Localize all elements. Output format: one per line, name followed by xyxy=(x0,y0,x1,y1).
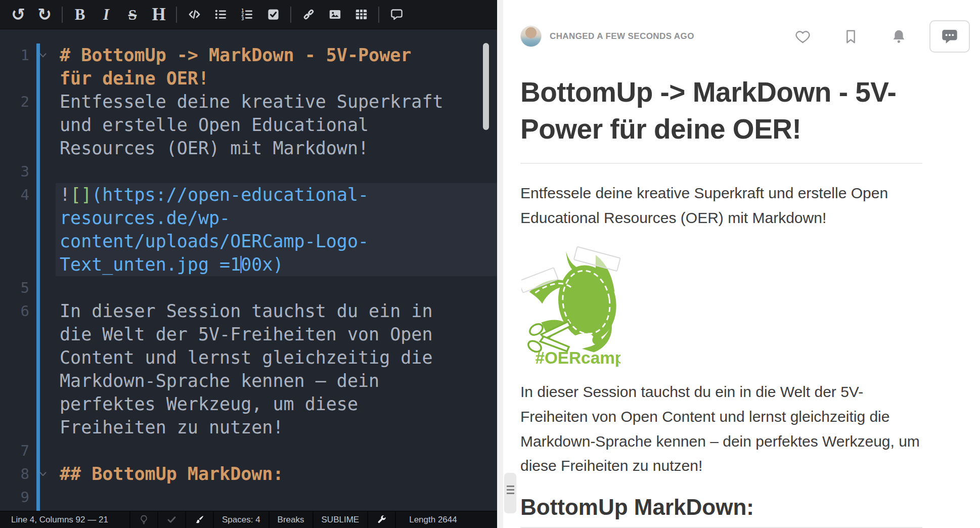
heading-icon[interactable]: H xyxy=(146,3,172,27)
fold-gutter xyxy=(29,183,56,276)
preferences-wrench-icon[interactable] xyxy=(368,511,396,528)
editor-pane: ↺↻BISH123 1# BottomUp -> MarkDown - 5V-P… xyxy=(0,0,497,528)
numbered-list-icon[interactable]: 123 xyxy=(234,3,260,27)
toolbar: ↺↻BISH123 xyxy=(0,0,497,29)
editor-line-10[interactable]: 10**Verwahren & Vervielfältigen** xyxy=(0,509,497,511)
table-icon[interactable] xyxy=(348,3,374,27)
editor-line-7[interactable]: 7 xyxy=(0,439,497,462)
editor-line-1[interactable]: 1# BottomUp -> MarkDown - 5V-Powerfür de… xyxy=(0,43,497,90)
line-number: 2 xyxy=(0,90,29,160)
link-icon[interactable] xyxy=(295,3,322,27)
fold-chevron-down-icon[interactable] xyxy=(29,462,56,486)
comment-icon[interactable] xyxy=(383,3,410,27)
line-number: 7 xyxy=(0,439,29,462)
line-number: 4 xyxy=(0,183,29,276)
fold-gutter xyxy=(29,90,56,160)
keymap-setting[interactable]: SUBLIME xyxy=(314,511,369,528)
heart-icon[interactable] xyxy=(794,28,811,45)
toolbar-separator xyxy=(62,7,63,23)
session-paragraph: In dieser Session tauchst du ein in die … xyxy=(520,380,920,478)
divider-grip-handle[interactable] xyxy=(504,473,516,513)
avatar[interactable] xyxy=(520,26,542,47)
svg-text:3: 3 xyxy=(241,16,244,21)
fold-gutter xyxy=(29,160,56,183)
app-window: ↺↻BISH123 1# BottomUp -> MarkDown - 5V-P… xyxy=(0,0,980,528)
title-divider xyxy=(520,163,922,164)
line-number: 6 xyxy=(0,299,29,439)
status-bar: Line 4, Columns 92 — 21Spaces: 4BreaksSU… xyxy=(0,511,497,528)
fold-gutter xyxy=(29,276,56,299)
strikethrough-icon[interactable]: S xyxy=(119,3,146,27)
italic-icon[interactable]: I xyxy=(93,3,119,27)
editor-scrollbar[interactable] xyxy=(483,43,489,130)
section-heading: BottomUp MarkDown: xyxy=(520,496,920,519)
fold-gutter xyxy=(29,439,56,462)
toolbar-separator xyxy=(378,7,379,23)
preview-content: BottomUp -> MarkDown - 5V-Power für dein… xyxy=(503,74,920,528)
line-number: 3 xyxy=(0,160,29,183)
last-changed-label: CHANGED A FEW SECONDS AGO xyxy=(550,31,694,41)
markdown-editor[interactable]: 1# BottomUp -> MarkDown - 5V-Powerfür de… xyxy=(0,29,497,511)
pane-resize-divider[interactable] xyxy=(497,0,503,528)
cursor-position: Line 4, Columns 92 — 21 xyxy=(0,511,130,528)
preview-header-icons xyxy=(763,28,907,45)
fold-gutter xyxy=(29,509,56,511)
bullet-list-icon[interactable] xyxy=(207,3,234,27)
intro-paragraph: Entfessele deine kreative Superkraft und… xyxy=(520,181,920,230)
fold-chevron-down-icon[interactable] xyxy=(29,43,56,90)
editor-line-3[interactable]: 3 xyxy=(0,160,497,183)
hint-lightbulb-icon[interactable] xyxy=(130,511,158,528)
editor-line-8[interactable]: 8## BottomUp MarkDown: xyxy=(0,462,497,486)
toolbar-separator xyxy=(290,7,291,23)
undo-icon[interactable]: ↺ xyxy=(5,3,31,27)
linebreak-setting[interactable]: Breaks xyxy=(270,511,314,528)
editor-lines: 1# BottomUp -> MarkDown - 5V-Powerfür de… xyxy=(0,43,497,511)
indent-setting[interactable]: Spaces: 4 xyxy=(214,511,270,528)
line-number: 9 xyxy=(0,486,29,509)
bell-icon[interactable] xyxy=(890,28,907,45)
document-title: BottomUp -> MarkDown - 5V-Power für dein… xyxy=(520,74,920,148)
line-number: 1 xyxy=(0,43,29,90)
bookmark-icon[interactable] xyxy=(842,28,859,45)
line-number: 10 xyxy=(0,509,29,511)
bold-icon[interactable]: B xyxy=(67,3,93,27)
fold-gutter xyxy=(29,299,56,439)
line-number: 8 xyxy=(0,462,29,486)
editor-line-6[interactable]: 6In dieser Session tauchst du ein indie … xyxy=(0,299,497,439)
doc-length: Length 2644 xyxy=(396,511,497,528)
redo-icon[interactable]: ↻ xyxy=(31,3,58,27)
line-number: 5 xyxy=(0,276,29,299)
checklist-icon[interactable] xyxy=(260,3,286,27)
image-icon[interactable] xyxy=(322,3,348,27)
preview-header: CHANGED A FEW SECONDS AGO xyxy=(503,0,980,53)
preview-pane: CHANGED A FEW SECONDS AGO BottomUp -> Ma… xyxy=(503,0,980,528)
spellcheck-check-icon[interactable] xyxy=(158,511,186,528)
comments-button[interactable] xyxy=(929,20,970,53)
theme-brush-icon[interactable] xyxy=(186,511,214,528)
toolbar-separator xyxy=(176,7,177,23)
oercamp-logo-image: #OERcamp xyxy=(521,244,620,367)
editor-line-2[interactable]: 2Entfessele deine kreative Superkraftund… xyxy=(0,90,497,160)
editor-line-9[interactable]: 9 xyxy=(0,486,497,509)
editor-line-5[interactable]: 5 xyxy=(0,276,497,299)
oercamp-logo-caption: #OERcamp xyxy=(535,349,620,367)
editor-line-4[interactable]: 4![](https://open-educational-resources.… xyxy=(0,183,497,276)
fold-gutter xyxy=(29,486,56,509)
code-icon[interactable] xyxy=(181,3,207,27)
